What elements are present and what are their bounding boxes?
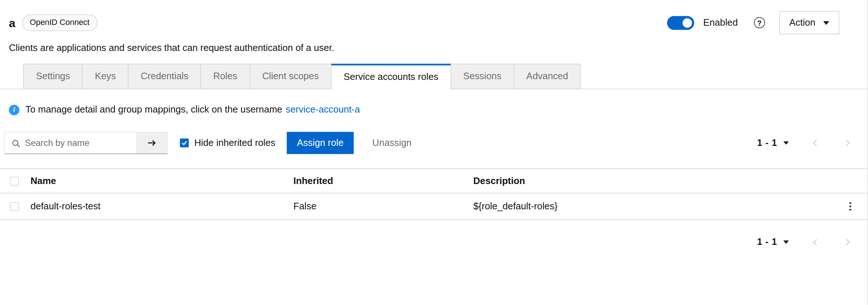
action-dropdown[interactable]: Action xyxy=(779,11,839,34)
kebab-icon xyxy=(849,202,851,204)
title-row: a OpenID Connect Enabled ? Action xyxy=(9,11,839,34)
banner-text: To manage detail and group mappings, cli… xyxy=(26,104,282,115)
search-submit-button[interactable] xyxy=(137,132,168,154)
header-actions: Enabled ? Action xyxy=(667,11,839,34)
pagination-dropdown[interactable]: 1 - 1 xyxy=(757,137,789,148)
info-banner: i To manage detail and group mappings, c… xyxy=(0,89,868,115)
tab-list: Settings Keys Credentials Roles Client s… xyxy=(0,64,868,89)
chevron-left-icon xyxy=(810,237,820,247)
keycloak-client-detail-page: a OpenID Connect Enabled ? Action Client… xyxy=(0,0,868,305)
protocol-badge: OpenID Connect xyxy=(22,15,97,31)
info-icon: i xyxy=(9,104,19,115)
previous-page-button[interactable] xyxy=(810,237,820,247)
enabled-toggle[interactable] xyxy=(667,16,694,30)
hide-inherited-roles-control[interactable]: Hide inherited roles xyxy=(180,137,275,148)
tab-advanced[interactable]: Advanced xyxy=(513,64,581,89)
pagination-top: 1 - 1 xyxy=(757,137,853,148)
search-box xyxy=(4,132,137,154)
chevron-right-icon xyxy=(842,237,852,247)
previous-page-button[interactable] xyxy=(810,138,820,148)
column-header-name: Name xyxy=(22,175,285,186)
help-icon[interactable]: ? xyxy=(754,17,765,28)
table-row: default-roles-test False ${role_default-… xyxy=(0,194,868,220)
tab-bar: Settings Keys Credentials Roles Client s… xyxy=(0,64,868,89)
tab-sessions[interactable]: Sessions xyxy=(450,64,514,89)
tab-roles[interactable]: Roles xyxy=(201,64,250,89)
hide-inherited-checkbox[interactable] xyxy=(180,139,189,147)
tab-settings[interactable]: Settings xyxy=(23,64,82,89)
row-checkbox[interactable] xyxy=(10,202,19,211)
page-description: Clients are applications and services th… xyxy=(9,43,839,54)
pagination-range: 1 - 1 xyxy=(757,236,777,247)
role-description-cell: ${role_default-roles} xyxy=(465,201,832,212)
hide-inherited-label: Hide inherited roles xyxy=(194,137,275,148)
enabled-label: Enabled xyxy=(703,17,738,28)
search-input[interactable] xyxy=(5,132,136,153)
role-name-cell: default-roles-test xyxy=(22,201,285,212)
arrow-right-icon xyxy=(147,139,157,147)
client-name: a xyxy=(9,17,15,29)
service-account-link[interactable]: service-account-a xyxy=(286,104,360,115)
pagination-dropdown[interactable]: 1 - 1 xyxy=(757,236,789,247)
chevron-left-icon xyxy=(810,138,820,148)
kebab-menu-button[interactable] xyxy=(844,199,857,214)
assign-role-button[interactable]: Assign role xyxy=(287,132,354,154)
caret-down-icon xyxy=(783,240,789,244)
page-header: a OpenID Connect Enabled ? Action Client… xyxy=(0,0,868,54)
toggle-knob xyxy=(683,18,692,27)
tab-service-accounts-roles[interactable]: Service accounts roles xyxy=(331,64,451,89)
column-header-description: Description xyxy=(465,175,832,186)
caret-down-icon xyxy=(783,141,789,144)
select-all-checkbox[interactable] xyxy=(10,176,19,185)
tab-credentials[interactable]: Credentials xyxy=(128,64,201,89)
next-page-button[interactable] xyxy=(842,138,852,148)
unassign-button[interactable]: Unassign xyxy=(372,137,412,148)
action-label: Action xyxy=(789,17,815,28)
caret-down-icon xyxy=(823,21,830,25)
column-header-inherited: Inherited xyxy=(286,175,465,186)
check-icon xyxy=(182,141,187,145)
tab-client-scopes[interactable]: Client scopes xyxy=(249,64,331,89)
search-icon xyxy=(12,139,21,148)
next-page-button[interactable] xyxy=(842,237,852,247)
chevron-right-icon xyxy=(842,138,852,148)
service-account-roles-table: Name Inherited Description default-roles… xyxy=(0,168,868,220)
tab-keys[interactable]: Keys xyxy=(82,64,129,89)
table-header-row: Name Inherited Description xyxy=(0,168,868,193)
pagination-range: 1 - 1 xyxy=(757,137,777,148)
help-glyph: ? xyxy=(757,19,761,27)
toolbar: Hide inherited roles Assign role Unassig… xyxy=(0,115,868,154)
role-inherited-cell: False xyxy=(286,201,465,212)
pagination-bottom: 1 - 1 xyxy=(0,220,868,248)
